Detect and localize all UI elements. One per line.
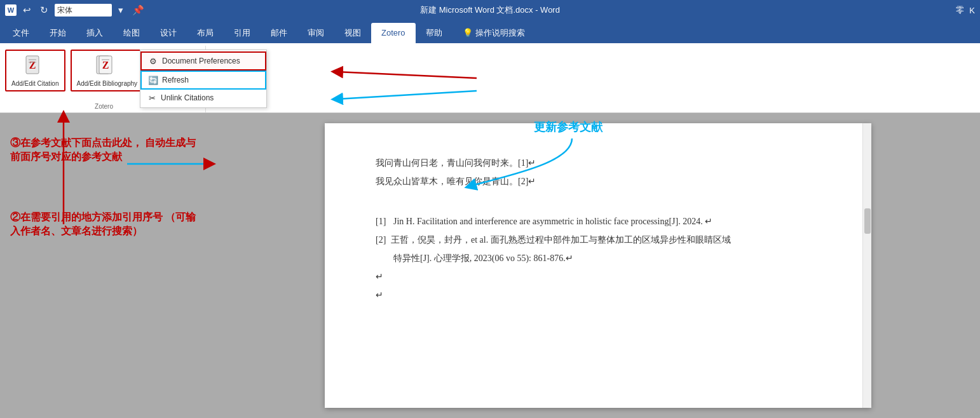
refresh-menuitem[interactable]: 🔄 Refresh [140,71,266,90]
step2-annotation: ②在需要引用的地方添加引用序号 （可输入作者名、文章名进行搜索） [10,210,206,239]
ribbon-toolbar: Z Add/Edit Citation Z Add/ [0,43,980,113]
step3-text: ③在参考文献下面点击此处， 自动生成与前面序号对应的参考文献 [10,136,206,165]
word-icon: W [5,4,17,16]
main-area: ③在参考文献下面点击此处， 自动生成与前面序号对应的参考文献 ②在需要引用的地方… [0,113,980,418]
sidebar-annotation: ③在参考文献下面点击此处， 自动生成与前面序号对应的参考文献 ②在需要引用的地方… [0,113,216,418]
tab-draw[interactable]: 绘图 [113,23,150,43]
title-bar-left: W ↩ ↻ ▾ 📌 [5,4,147,17]
font-selector-input[interactable] [55,4,112,17]
tab-references[interactable]: 引用 [224,23,261,43]
tab-mailings[interactable]: 邮件 [261,23,297,43]
ref-1-text: Jin H. Facilitation and interference are… [393,213,712,229]
tab-file[interactable]: 文件 [3,23,39,43]
empty-line-1: ↵ [376,269,820,285]
document-content[interactable]: 我问青山何日老，青山问我何时来。[1]↵ 我见众山皆草木，唯有见你是青山。[2]… [376,155,820,304]
bibliography-button-label: Add/Edit Bibliography [77,80,138,88]
refresh-icon: 🔄 [148,75,158,85]
ref-2: [2] 王哲，倪昊，封丹，et al. 面孔熟悉过程中部件加工与整体加工的区域异… [376,232,820,266]
document-page: 我问青山何日老，青山问我何时来。[1]↵ 我见众山皆草木，唯有见你是青山。[2]… [325,123,871,408]
ref-1: [1] Jin H. Facilitation and interference… [376,213,820,229]
unlink-citations-menuitem[interactable]: ✂ Unlink Citations [140,90,266,106]
update-ref-annotation: 更新参考文献 [534,119,602,135]
title-bar: W ↩ ↻ ▾ 📌 新建 Microsoft Word 文档.docx - Wo… [0,0,980,20]
citation-button-label: Add/Edit Citation [11,80,59,88]
tab-home[interactable]: 开始 [39,23,76,43]
scroll-bar[interactable] [862,123,871,408]
tab-view[interactable]: 视图 [334,23,371,43]
svg-text:Z: Z [29,60,36,71]
tab-insert[interactable]: 插入 [76,23,113,43]
tab-help[interactable]: 帮助 [416,23,453,43]
doc-line-1: 我问青山何日老，青山问我何时来。[1]↵ [376,155,820,171]
empty-line-2: ↵ [376,287,820,303]
minimize-button[interactable]: 零 [956,4,964,16]
preferences-icon: ⚙ [148,56,158,66]
undo-button[interactable]: ↩ [20,4,34,16]
bibliography-icon: Z [94,53,119,79]
tab-review[interactable]: 审阅 [297,23,334,43]
doc-line-2: 我见众山皆草木，唯有见你是青山。[2]↵ [376,173,820,189]
unlink-icon: ✂ [147,93,157,103]
add-edit-citation-button[interactable]: Z Add/Edit Citation [5,50,65,91]
user-avatar[interactable]: K [969,6,975,15]
dropdown-arrow-icon[interactable]: ▾ [116,4,126,16]
svg-text:Z: Z [102,60,109,71]
step2-text: ②在需要引用的地方添加引用序号 （可输入作者名、文章名进行搜索） [10,210,206,239]
zotero-dropdown-menu: ⚙ Document Preferences 🔄 Refresh ✂ Unlin… [140,50,267,108]
add-edit-bibliography-button[interactable]: Z Add/Edit Bibliography [71,50,144,91]
tab-search[interactable]: 💡 操作说明搜索 [453,23,535,43]
step3-annotation: ③在参考文献下面点击此处， 自动生成与前面序号对应的参考文献 [10,136,206,165]
citation-icon: Z [22,53,48,79]
svg-line-15 [337,72,477,78]
ribbon-tabs: 文件 开始 插入 绘图 设计 布局 引用 邮件 审阅 视图 Zotero 帮助 … [0,20,980,43]
document-preferences-menuitem[interactable]: ⚙ Document Preferences [140,51,266,71]
redo-button[interactable]: ↻ [37,4,51,16]
window-title: 新建 Microsoft Word 文档.docx - Word [420,4,560,16]
title-bar-controls: 零 K [956,4,975,16]
svg-line-16 [337,91,477,99]
update-ref-text: 更新参考文献 [534,119,602,135]
pin-icon[interactable]: 📌 [130,4,147,16]
document-area: 更新参考文献 我问青山何日老，青山问我何时来。[1]↵ 我见众山皆 [216,113,980,418]
references-section: [1] Jin H. Facilitation and interference… [376,213,820,267]
scroll-thumb[interactable] [864,208,871,234]
ref-1-num: [1] [376,213,391,229]
tab-zotero[interactable]: Zotero [371,23,416,43]
tab-layout[interactable]: 布局 [187,23,224,43]
tab-design[interactable]: 设计 [150,23,187,43]
